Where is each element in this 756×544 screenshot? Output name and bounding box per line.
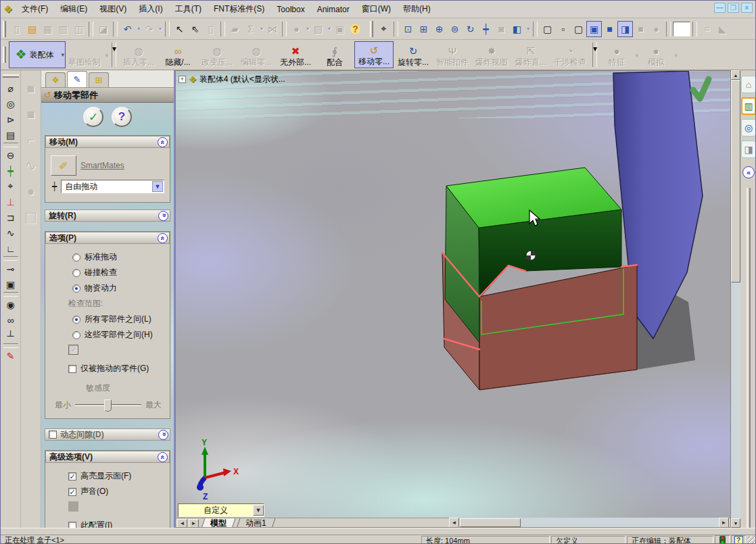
mate-button[interactable]: ∮ 配合 ▾ [315,41,354,68]
washer-icon[interactable]: ⊖ [3,147,19,163]
toolbar-grip[interactable] [3,21,6,37]
move-component-button[interactable]: ↺ 移动零... ▾ [354,41,394,68]
scroll-down-icon[interactable]: ▼ [731,518,740,528]
bearing-mount-icon[interactable]: ▣ [3,276,19,292]
empty-field[interactable] [673,22,690,36]
help-icon[interactable]: ? [348,21,363,37]
horizontal-scrollbar[interactable]: ◄ ► [449,518,729,528]
standard-drag-radio[interactable] [72,253,80,262]
no-external-references-button[interactable]: ✖ 无外部... ▾ [276,41,315,68]
spring-icon[interactable]: ∿ [3,225,19,241]
pan-icon[interactable]: ┿ [478,21,494,37]
scroll-up-icon[interactable]: ▲ [731,70,740,80]
propertymanager-tab[interactable]: ✎ [67,71,87,87]
drag-mode-dropdown[interactable]: 自由拖动 ▼ [61,180,164,193]
all-components-radio[interactable] [72,316,80,324]
t-bolt-icon[interactable]: ┴ [3,328,19,343]
collapse-chevron-icon[interactable]: « [158,233,168,243]
scrollbar-thumb[interactable] [460,518,521,527]
rotate-view-icon[interactable]: ↻ [463,21,478,37]
rivet-icon[interactable]: ⊐ [3,209,19,225]
zoom-fit-icon[interactable]: ⊡ [400,21,416,37]
chain-link-icon[interactable]: ∞ [3,312,19,328]
tab-model[interactable]: 模型 [202,518,236,528]
file-explorer-icon[interactable]: ◎ [741,119,756,137]
sound-checkbox[interactable]: ✓ [68,488,76,496]
design-library-icon[interactable]: ▥ [741,97,756,115]
menu-tools[interactable]: 工具(T) [169,1,208,18]
physical-dynamics-radio[interactable] [72,285,80,293]
collapse-chevron-icon[interactable]: « [158,137,168,147]
configurationmanager-tab[interactable]: ⊞ [89,72,109,87]
assembly-node-label[interactable]: 装配体4 (默认<显示状... [199,74,285,85]
viewport-3d-scene[interactable]: Y X Z [176,71,731,528]
scroll-left-icon[interactable]: ◄ [449,518,459,528]
slider-thumb[interactable] [104,399,112,412]
scrollbar-thumb[interactable] [731,80,740,282]
screwdriver-icon[interactable]: ✎ [3,348,19,364]
vertical-scrollbar[interactable]: ▲ ▼ [731,70,740,528]
select-icon[interactable]: ↖ [172,21,187,37]
menu-edit[interactable]: 编辑(E) [54,1,93,18]
highlight-faces-checkbox[interactable]: ✓ [68,472,76,480]
these-components-radio[interactable] [72,331,80,339]
configuration-combo[interactable]: 自定义 ▼ [178,503,264,517]
options-group-header[interactable]: 选项(P) « [45,232,170,244]
shaded-icon[interactable]: ■ [602,21,617,37]
menu-view[interactable]: 视图(V) [93,1,133,18]
screw-icon[interactable]: ⊳ [3,112,19,127]
assembly-button[interactable]: ❖ 装配体 ▾ [9,41,66,68]
nut-icon[interactable]: ◎ [3,96,19,112]
drag-drop-palette-icon[interactable]: ◨ [741,141,756,158]
menu-toolbox[interactable]: Toolbox [270,2,310,17]
resize-grip-icon[interactable] [747,536,756,544]
quick-tips-icon[interactable]: ? [731,535,746,544]
help-button[interactable]: ? [112,107,132,127]
tree-expand-icon[interactable]: + [179,76,186,83]
hidden-lines-visible-icon[interactable]: ▫ [555,21,571,37]
dynamic-clearance-checkbox[interactable] [49,430,57,439]
confirmation-corner-check-icon[interactable] [693,79,709,99]
menu-window[interactable]: 窗口(W) [356,1,397,18]
selection-filter-icon[interactable]: ⇖ [187,21,203,37]
close-button[interactable]: × [741,3,753,13]
locating-pin-icon[interactable]: ⊥ [3,194,19,209]
scroll-right-icon[interactable]: ► [719,518,729,528]
zoom-selection-icon[interactable]: ⊜ [447,21,463,37]
tray-front-face[interactable] [479,265,637,390]
dowel-pin-icon[interactable]: ┿ [3,163,19,178]
solidworks-resources-icon[interactable]: ⌂ [741,76,756,93]
task-pane-collapse-button[interactable]: « [742,166,755,178]
tab-scroll-right-icon[interactable]: ► [189,519,199,528]
dragged-part-only-checkbox[interactable] [68,365,76,373]
expand-chevron-icon[interactable]: « [158,211,168,221]
tab-scroll-left-icon[interactable]: ◄ [177,519,187,528]
menu-insert[interactable]: 插入(I) [133,1,168,18]
featuremanager-tab[interactable]: ❖ [45,72,66,87]
hex-bolt-icon[interactable]: ⌀ [3,80,19,96]
ok-button[interactable]: ✓ [83,107,103,127]
move-group-header[interactable]: 移动(M) « [45,136,170,148]
zoom-area-icon[interactable]: ⊞ [416,21,431,37]
coil-icon[interactable]: ◉ [3,297,19,312]
open-folder-icon[interactable]: ▤ [24,21,40,37]
corner-bracket-icon[interactable]: ∟ [3,241,19,256]
toolbar-grip[interactable] [3,47,6,63]
hidden-lines-removed-icon[interactable]: ▢ [571,21,586,37]
minimize-button[interactable]: — [714,3,726,13]
toolbar-grip[interactable] [370,21,373,37]
sensitivity-slider[interactable] [75,404,141,406]
undo-icon[interactable]: ↶ [120,21,135,37]
tab-animation1[interactable]: 动画1 [237,518,276,528]
hide-show-component-button[interactable]: ∞ 隐藏/... ▾ [158,41,197,68]
menu-help[interactable]: 帮助(H) [397,1,437,18]
rotate-component-button[interactable]: ↻ 旋转零... ▾ [394,41,433,68]
pushpin-icon[interactable]: ⌖ [3,178,19,194]
menu-fnt-standard[interactable]: FNT标准件(S) [208,1,270,18]
menu-animator[interactable]: Animator [311,2,356,17]
graphics-viewport[interactable]: Y X Z + ❖ 装配体4 (默认<显示状... 自定义 ▼ [175,70,731,528]
dropdown-arrow-icon[interactable]: ▼ [152,181,163,192]
threaded-stud-icon[interactable]: ▤ [3,127,19,143]
resume-drag-button[interactable]: ✓ [68,345,78,355]
restore-button[interactable]: ❐ [728,3,739,13]
